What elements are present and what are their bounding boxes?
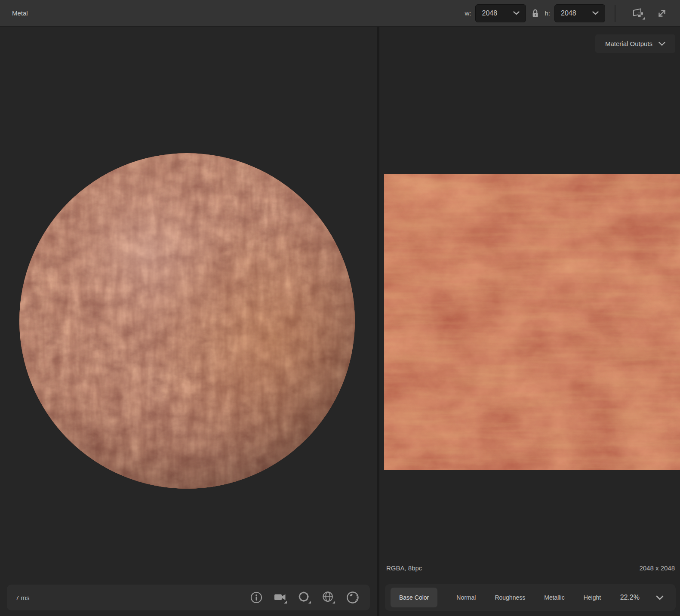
material-title: Metal xyxy=(12,9,28,17)
height-dropdown[interactable]: 2048 xyxy=(554,4,605,22)
height-label: h: xyxy=(545,9,550,17)
wireframe-globe-icon[interactable] xyxy=(322,591,335,604)
chevron-down-icon xyxy=(513,11,520,15)
lock-icon[interactable] xyxy=(532,9,539,18)
main-area: 7 ms xyxy=(0,27,680,616)
size-controls: w: 2048 h: 2048 xyxy=(465,4,680,22)
render-time: 7 ms xyxy=(15,594,30,601)
output-channel-tabs: Base Color Normal Roughness Metallic Hei… xyxy=(385,584,603,611)
tab-base-color[interactable]: Base Color xyxy=(391,588,437,607)
tab-normal[interactable]: Normal xyxy=(456,594,476,601)
material-preview-sphere[interactable] xyxy=(18,152,356,490)
material-outputs-dropdown[interactable]: Material Outputs xyxy=(595,34,675,53)
fullscreen-icon[interactable] xyxy=(653,5,671,22)
environment-icon[interactable] xyxy=(298,591,311,604)
3d-toolbar-icons xyxy=(249,591,370,604)
texture-format: RGBA, 8bpc xyxy=(386,564,422,572)
3d-view-toolbar: 7 ms xyxy=(7,585,370,610)
3d-viewport[interactable]: 7 ms xyxy=(0,27,377,616)
tab-roughness[interactable]: Roughness xyxy=(495,594,525,601)
width-label: w: xyxy=(465,9,471,17)
toolbar-divider xyxy=(615,5,615,22)
texture-info-row: RGBA, 8bpc 2048 x 2048 xyxy=(386,563,675,573)
info-icon[interactable] xyxy=(249,591,263,604)
background-display-icon[interactable] xyxy=(630,5,647,22)
material-ball-icon[interactable] xyxy=(346,591,360,604)
texture-preview[interactable] xyxy=(384,174,680,470)
chevron-down-icon xyxy=(592,11,599,15)
chevron-down-icon xyxy=(658,42,665,46)
height-value: 2048 xyxy=(561,9,576,17)
material-outputs-label: Material Outputs xyxy=(605,40,652,47)
zoom-level-value: 22.2% xyxy=(620,594,640,601)
tab-label: Base Color xyxy=(399,594,429,601)
top-toolbar: Metal w: 2048 h: 2048 xyxy=(0,0,680,27)
width-value: 2048 xyxy=(482,9,497,17)
tab-height[interactable]: Height xyxy=(584,594,601,601)
camera-icon[interactable] xyxy=(274,591,287,604)
tab-metallic[interactable]: Metallic xyxy=(544,594,564,601)
zoom-level-dropdown[interactable]: 22.2% xyxy=(620,584,664,611)
width-dropdown[interactable]: 2048 xyxy=(475,4,526,22)
2d-viewport[interactable]: Material Outputs xyxy=(379,27,680,616)
output-channel-tabbar: Base Color Normal Roughness Metallic Hei… xyxy=(385,584,676,611)
chevron-down-icon xyxy=(656,595,664,600)
texture-dimensions: 2048 x 2048 xyxy=(639,564,675,572)
